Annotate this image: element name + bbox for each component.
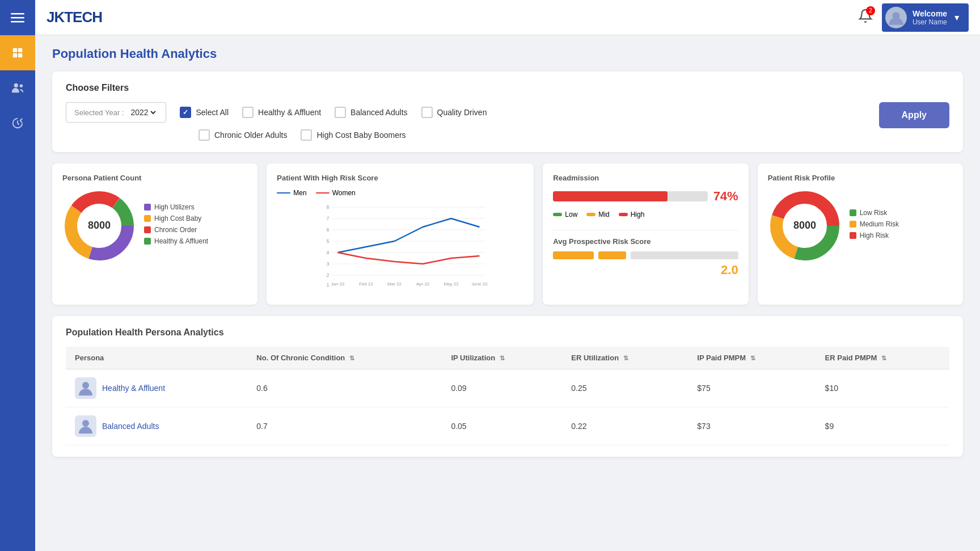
sidebar-item-users[interactable] bbox=[0, 70, 35, 106]
filter-title: Choose Filters bbox=[66, 83, 949, 93]
checkbox-balanced-adults[interactable]: Balanced Adults bbox=[335, 107, 407, 118]
cell-er-util-2: 0.22 bbox=[562, 407, 688, 445]
persona-avatar-2 bbox=[75, 415, 96, 437]
checkbox-balanced-adults-box[interactable] bbox=[335, 107, 346, 118]
cell-ip-util-1: 0.09 bbox=[442, 369, 562, 407]
app-logo: JKTECH bbox=[47, 9, 102, 26]
legend-high: High bbox=[619, 211, 645, 218]
table-body: Healthy & Affluent 0.6 0.09 0.25 $75 $10 bbox=[66, 369, 949, 445]
svg-point-8 bbox=[20, 85, 23, 88]
legend-mid: Mid bbox=[586, 211, 609, 218]
svg-point-39 bbox=[82, 382, 89, 389]
col-chronic[interactable]: No. Of Chronic Condition ⇅ bbox=[247, 347, 442, 369]
svg-text:Feb 22: Feb 22 bbox=[359, 281, 373, 287]
donut-chart-persona: 8000 bbox=[62, 189, 136, 263]
svg-point-7 bbox=[14, 83, 18, 87]
sidebar-item-dashboard[interactable] bbox=[0, 35, 35, 70]
readmission-bar-row: 74% bbox=[553, 189, 738, 204]
checkbox-quality-driven-box[interactable] bbox=[421, 107, 433, 118]
checkbox-select-all-box[interactable] bbox=[180, 107, 191, 118]
persona-analytics-card: Population Health Persona Analytics Pers… bbox=[52, 316, 963, 457]
col-er-util[interactable]: ER Utilization ⇅ bbox=[562, 347, 688, 369]
sort-icon-er-util: ⇅ bbox=[623, 355, 628, 361]
sort-icon-ip-paid: ⇅ bbox=[750, 355, 755, 361]
checkbox-high-cost[interactable]: High Cost Baby Boomers bbox=[301, 129, 405, 141]
table-header: Persona No. Of Chronic Condition ⇅ IP Ut… bbox=[66, 347, 949, 369]
svg-text:Mar 22: Mar 22 bbox=[387, 281, 402, 287]
col-er-paid[interactable]: ER Paid PMPM ⇅ bbox=[816, 347, 949, 369]
avg-risk-title: Avg Prospective Risk Score bbox=[553, 237, 738, 246]
col-persona[interactable]: Persona bbox=[66, 347, 247, 369]
readmission-legend: Low Mid High bbox=[553, 211, 738, 218]
apply-button[interactable]: Apply bbox=[879, 102, 949, 128]
svg-text:6: 6 bbox=[327, 227, 330, 233]
cell-er-paid-2: $9 bbox=[816, 407, 949, 445]
page-content: Population Health Analytics Choose Filte… bbox=[35, 35, 980, 551]
notification-bell[interactable]: 2 bbox=[858, 9, 873, 27]
svg-rect-2 bbox=[11, 21, 24, 23]
persona-avatar-1 bbox=[75, 377, 96, 399]
persona-table: Persona No. Of Chronic Condition ⇅ IP Ut… bbox=[66, 347, 949, 445]
persona-analytics-title: Population Health Persona Analytics bbox=[66, 327, 949, 338]
year-select-input[interactable]: 2022 2021 2020 2023 bbox=[128, 107, 158, 117]
svg-rect-6 bbox=[18, 53, 22, 57]
filter-row-2: Chronic Older Adults High Cost Baby Boom… bbox=[66, 129, 879, 141]
svg-text:7: 7 bbox=[327, 216, 330, 221]
avg-risk-score: 2.0 bbox=[553, 263, 738, 277]
col-ip-util[interactable]: IP Utilization ⇅ bbox=[442, 347, 562, 369]
cell-persona-1: Healthy & Affluent bbox=[66, 369, 247, 407]
checkbox-healthy-affluent-box[interactable] bbox=[242, 107, 254, 118]
checkbox-select-all[interactable]: Select All bbox=[180, 107, 229, 118]
patient-risk-profile-title: Patient Risk Profile bbox=[768, 174, 953, 182]
svg-text:May 22: May 22 bbox=[444, 281, 459, 287]
line-chart-legend: Men Women bbox=[277, 189, 523, 197]
cell-ip-paid-1: $75 bbox=[688, 369, 816, 407]
cell-er-paid-1: $10 bbox=[816, 369, 949, 407]
cell-ip-util-2: 0.05 bbox=[442, 407, 562, 445]
readmission-card: Readmission 74% Low Mid bbox=[543, 163, 748, 305]
sidebar-item-analytics[interactable] bbox=[0, 106, 35, 141]
persona-patient-count-card: Persona Patient Count 8000 High Utilizer… bbox=[52, 163, 257, 305]
notification-badge: 2 bbox=[866, 6, 875, 15]
svg-rect-3 bbox=[13, 48, 17, 52]
readmission-fill bbox=[553, 191, 667, 201]
svg-text:8000: 8000 bbox=[793, 220, 816, 231]
high-risk-score-title: Patient With High Risk Score bbox=[277, 174, 523, 182]
cell-chronic-2: 0.7 bbox=[247, 407, 442, 445]
legend-low: Low bbox=[553, 211, 577, 218]
user-section[interactable]: Welcome User Name ▼ bbox=[882, 3, 969, 32]
navbar: JKTECH 2 Welcome User Name bbox=[35, 0, 980, 35]
filter-checkboxes: Selected Year : 2022 2021 2020 2023 Se bbox=[66, 102, 879, 141]
sidebar bbox=[0, 0, 35, 551]
svg-rect-5 bbox=[13, 53, 17, 57]
svg-point-40 bbox=[82, 420, 89, 427]
filter-row-1: Selected Year : 2022 2021 2020 2023 Se bbox=[66, 102, 879, 123]
svg-rect-0 bbox=[11, 13, 24, 15]
readmission-title: Readmission bbox=[553, 174, 738, 182]
checkbox-high-cost-box[interactable] bbox=[301, 129, 312, 141]
checkbox-chronic-older-box[interactable] bbox=[198, 129, 210, 141]
table-row: Balanced Adults 0.7 0.05 0.22 $73 $9 bbox=[66, 407, 949, 445]
legend-women: Women bbox=[316, 189, 356, 197]
sort-icon-er-paid: ⇅ bbox=[881, 355, 886, 361]
avatar bbox=[885, 7, 907, 28]
charts-row: Persona Patient Count 8000 High Utilizer… bbox=[52, 163, 963, 305]
svg-text:2: 2 bbox=[327, 272, 330, 278]
checkbox-chronic-older[interactable]: Chronic Older Adults bbox=[198, 129, 287, 141]
patient-risk-profile-card: Patient Risk Profile 8000 Low Risk Mediu… bbox=[758, 163, 963, 305]
sidebar-menu-icon[interactable] bbox=[0, 0, 35, 35]
main-area: JKTECH 2 Welcome User Name bbox=[35, 0, 980, 551]
persona-patient-count-title: Persona Patient Count bbox=[62, 174, 247, 182]
year-selector[interactable]: Selected Year : 2022 2021 2020 2023 bbox=[66, 102, 166, 123]
svg-text:Jan 22: Jan 22 bbox=[331, 281, 345, 287]
donut-legend-risk: Low Risk Medium Risk High Risk bbox=[850, 209, 899, 243]
checkbox-quality-driven[interactable]: Quality Driven bbox=[421, 107, 487, 118]
svg-rect-4 bbox=[18, 48, 22, 52]
col-ip-paid[interactable]: IP Paid PMPM ⇅ bbox=[688, 347, 816, 369]
svg-text:Apr 22: Apr 22 bbox=[416, 281, 430, 287]
donut-center-value: 8000 bbox=[88, 220, 111, 231]
checkbox-healthy-affluent[interactable]: Healthy & Affluent bbox=[242, 107, 321, 118]
svg-text:4: 4 bbox=[327, 250, 330, 255]
svg-text:8: 8 bbox=[327, 204, 330, 210]
cell-ip-paid-2: $73 bbox=[688, 407, 816, 445]
